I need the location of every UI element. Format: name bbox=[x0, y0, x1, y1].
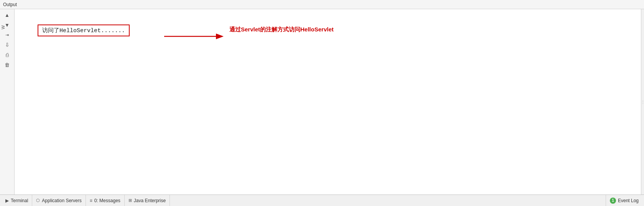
event-log-tab[interactable]: 1 Event Log bbox=[606, 195, 642, 206]
terminal-icon: ▶ bbox=[5, 198, 9, 203]
tab-terminal[interactable]: ▶ Terminal bbox=[2, 195, 32, 206]
handle-grip: ⋮ bbox=[641, 100, 644, 104]
console-output-text: 访问了HelloServlet....... bbox=[42, 28, 125, 34]
event-log-count: 1 bbox=[612, 198, 614, 203]
left-toolbar: W ▲ ▼ ⇥ ⇩ ⎙ 🗑 bbox=[0, 9, 15, 195]
annotation-arrow bbox=[164, 31, 226, 42]
clear-button[interactable]: 🗑 bbox=[2, 60, 12, 69]
console-output-box: 访问了HelloServlet....... bbox=[38, 25, 130, 36]
print-button[interactable]: ⎙ bbox=[2, 51, 12, 59]
output-header: Output bbox=[0, 0, 644, 9]
messages-icon: ≡ bbox=[90, 198, 92, 203]
w-label: W bbox=[1, 25, 5, 29]
scroll-up-button[interactable]: ▲ bbox=[2, 11, 12, 19]
terminal-label: Terminal bbox=[11, 198, 28, 203]
right-handle: ⋮ bbox=[641, 9, 644, 195]
bottom-bar: ▶ Terminal ⬡ Application Servers ≡ 0: Me… bbox=[0, 195, 644, 206]
event-log-icon: 1 bbox=[610, 198, 616, 204]
output-title: Output bbox=[3, 2, 17, 7]
export-button[interactable]: ⇩ bbox=[2, 41, 12, 49]
java-enterprise-icon: ⊞ bbox=[128, 198, 132, 203]
application-servers-icon: ⬡ bbox=[36, 198, 40, 203]
tab-application-servers[interactable]: ⬡ Application Servers bbox=[32, 195, 86, 206]
messages-label: 0: Messages bbox=[94, 198, 120, 203]
annotation-text: 通过Servlet的注解方式访问HelloServlet bbox=[229, 26, 334, 33]
application-servers-label: Application Servers bbox=[42, 198, 81, 203]
java-enterprise-label: Java Enterprise bbox=[134, 198, 166, 203]
tab-messages[interactable]: ≡ 0: Messages bbox=[86, 195, 125, 206]
event-log-label: Event Log bbox=[618, 198, 639, 203]
tab-java-enterprise[interactable]: ⊞ Java Enterprise bbox=[125, 195, 170, 206]
main-content: W ▲ ▼ ⇥ ⇩ ⎙ 🗑 访问了HelloServlet....... 通过S… bbox=[0, 9, 644, 195]
output-area: 访问了HelloServlet....... 通过Servlet的注解方式访问H… bbox=[15, 9, 641, 195]
filter-button[interactable]: ⇥ bbox=[2, 31, 12, 39]
